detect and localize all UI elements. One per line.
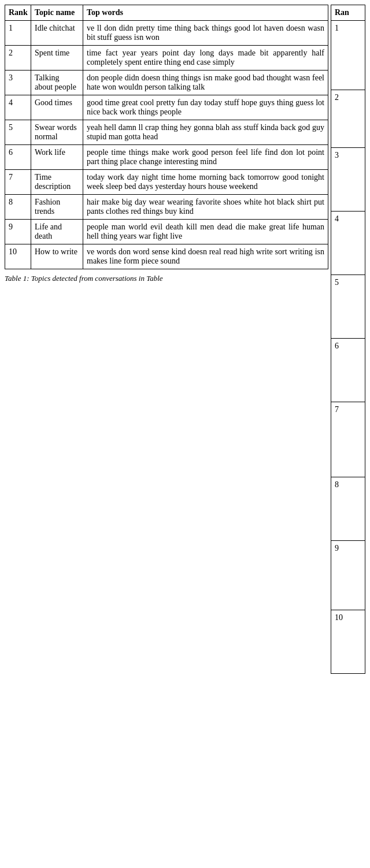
table-row: 3Talking about peopledon people didn doe…: [5, 71, 328, 95]
cell-rank: 7: [5, 170, 31, 195]
right-stub-row: 8: [331, 477, 365, 541]
cell-words: people man world evil death kill men dea…: [83, 220, 328, 244]
cell-topic: Time description: [31, 170, 83, 195]
cell-topic: Life and death: [31, 220, 83, 244]
right-stub-header: Ran: [331, 5, 365, 21]
cell-topic: Idle chitchat: [31, 21, 83, 46]
cell-rank: 8: [5, 195, 31, 220]
right-stub-container: Ran 12345678910: [331, 5, 365, 674]
right-stub-cell: 2: [331, 90, 365, 148]
cell-words: people time things make work good person…: [83, 145, 328, 170]
cell-topic: Swear words normal: [31, 120, 83, 145]
right-stub-row: 4: [331, 212, 365, 275]
cell-rank: 1: [5, 21, 31, 46]
table-row: 7Time descriptiontoday work day night ti…: [5, 170, 328, 195]
page-wrapper: Rank Topic name Top words 1Idle chitchat…: [0, 0, 370, 678]
cell-topic: Spent time: [31, 46, 83, 71]
header-topic: Topic name: [31, 5, 83, 21]
cell-rank: 5: [5, 120, 31, 145]
table-row: 4Good timesgood time great cool pretty f…: [5, 95, 328, 120]
right-stub-row: 5: [331, 275, 365, 339]
header-rank: Rank: [5, 5, 31, 21]
table-header-row: Rank Topic name Top words: [5, 5, 328, 21]
cell-rank: 2: [5, 46, 31, 71]
table-row: 8Fashion trendshair make big day wear we…: [5, 195, 328, 220]
cell-topic: Good times: [31, 95, 83, 120]
cell-words: ve ll don didn pretty time thing back th…: [83, 21, 328, 46]
right-stub-cell: 6: [331, 339, 365, 402]
right-stub-cell: 5: [331, 275, 365, 339]
main-table-container: Rank Topic name Top words 1Idle chitchat…: [5, 5, 328, 674]
right-stub-table: Ran 12345678910: [331, 5, 365, 674]
cell-words: good time great cool pretty fun day toda…: [83, 95, 328, 120]
right-stub-header-row: Ran: [331, 5, 365, 21]
cell-rank: 10: [5, 244, 31, 269]
cell-words: time fact year years point day long days…: [83, 46, 328, 71]
cell-words: ve words don word sense kind doesn real …: [83, 244, 328, 269]
right-stub-row: 6: [331, 339, 365, 402]
cell-rank: 4: [5, 95, 31, 120]
table-caption: Table 1: Topics detected from conversati…: [5, 274, 328, 283]
right-stub-cell: 9: [331, 541, 365, 610]
table-row: 10How to writeve words don word sense ki…: [5, 244, 328, 269]
cell-rank: 6: [5, 145, 31, 170]
right-stub-row: 9: [331, 541, 365, 610]
cell-words: yeah hell damn ll crap thing hey gonna b…: [83, 120, 328, 145]
right-stub-row: 10: [331, 610, 365, 674]
cell-topic: How to write: [31, 244, 83, 269]
cell-topic: Fashion trends: [31, 195, 83, 220]
right-stub-cell: 7: [331, 402, 365, 477]
cell-words: today work day night time home morning b…: [83, 170, 328, 195]
cell-rank: 9: [5, 220, 31, 244]
table-row: 9Life and deathpeople man world evil dea…: [5, 220, 328, 244]
right-stub-row: 1: [331, 21, 365, 90]
table-row: 5Swear words normalyeah hell damn ll cra…: [5, 120, 328, 145]
cell-words: don people didn doesn thing things isn m…: [83, 71, 328, 95]
right-stub-cell: 4: [331, 212, 365, 275]
cell-topic: Talking about people: [31, 71, 83, 95]
table-row: 1Idle chitchatve ll don didn pretty time…: [5, 21, 328, 46]
cell-words: hair make big day wear wearing favorite …: [83, 195, 328, 220]
right-stub-cell: 10: [331, 610, 365, 674]
right-stub-row: 7: [331, 402, 365, 477]
topics-table: Rank Topic name Top words 1Idle chitchat…: [5, 5, 328, 269]
right-stub-cell: 8: [331, 477, 365, 541]
right-stub-row: 2: [331, 90, 365, 148]
table-row: 2Spent timetime fact year years point da…: [5, 46, 328, 71]
right-stub-row: 3: [331, 148, 365, 212]
right-stub-cell: 1: [331, 21, 365, 90]
cell-topic: Work life: [31, 145, 83, 170]
right-stub-cell: 3: [331, 148, 365, 212]
cell-rank: 3: [5, 71, 31, 95]
table-row: 6Work lifepeople time things make work g…: [5, 145, 328, 170]
header-words: Top words: [83, 5, 328, 21]
